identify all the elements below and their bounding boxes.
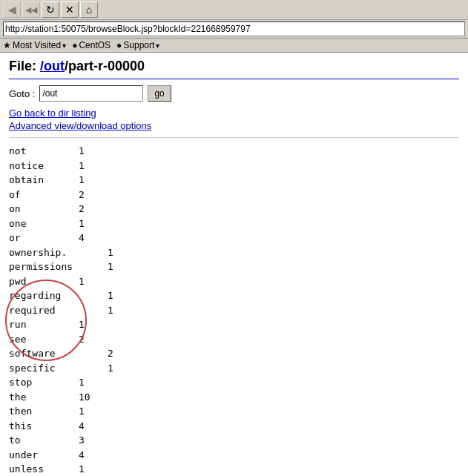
- table-row: notice 1: [9, 159, 459, 173]
- support-icon: ●: [116, 40, 122, 50]
- table-row: on 2: [9, 202, 459, 216]
- content-separator: [9, 137, 459, 138]
- links-section: Go back to dir listing Advanced view/dow…: [9, 108, 459, 131]
- goto-row: Goto : go: [9, 85, 459, 102]
- table-row: not 1: [9, 144, 459, 159]
- home-button[interactable]: ⌂: [80, 1, 98, 18]
- table-row: regarding 1: [9, 288, 459, 303]
- table-row: then 1: [9, 404, 459, 419]
- table-row: or 4: [9, 231, 459, 245]
- table-row: under 4: [9, 448, 459, 463]
- centos-label: CentOS: [79, 40, 111, 50]
- file-content: not 1 notice 1 obtain 1 of 2 on 2 one 1 …: [9, 144, 459, 476]
- nav-toolbar: ◀ ◀◀ ↻ ✕ ⌂: [0, 0, 468, 20]
- support-label: Support: [123, 40, 154, 50]
- table-row: this 4: [9, 419, 459, 434]
- advanced-view-link[interactable]: Advanced view/download options: [9, 120, 459, 131]
- table-row: software 2: [9, 346, 459, 361]
- support-arrow: ▾: [156, 42, 159, 50]
- title-prefix: File:: [9, 59, 40, 73]
- title-separator: [9, 79, 459, 79]
- table-row: see 2: [9, 332, 459, 347]
- centos-icon: ●: [72, 40, 77, 50]
- address-input[interactable]: [3, 22, 465, 36]
- table-row: to 3: [9, 433, 459, 448]
- most-visited-arrow: ▾: [62, 42, 66, 50]
- table-row: unless 1: [9, 462, 459, 476]
- table-row: pwd 1: [9, 274, 459, 289]
- goto-label: Goto :: [9, 88, 35, 99]
- goto-button[interactable]: go: [148, 85, 171, 102]
- back-button[interactable]: ◀: [3, 1, 21, 18]
- goto-input[interactable]: [39, 85, 143, 102]
- bookmarks-bar: ★ Most Visited ▾ ● CentOS ● Support ▾: [0, 39, 468, 53]
- table-row: run 1: [9, 317, 459, 332]
- reload-button[interactable]: ↻: [42, 1, 59, 18]
- table-row: stop 1: [9, 375, 459, 390]
- table-row: specific 1: [9, 361, 459, 376]
- stop-button[interactable]: ✕: [61, 1, 79, 18]
- support-bookmark[interactable]: ● Support ▾: [116, 40, 159, 50]
- table-row: ownership. 1: [9, 245, 459, 260]
- most-visited-label: Most Visited: [13, 40, 61, 50]
- title-suffix: /part-r-00000: [65, 59, 145, 73]
- table-row: of 2: [9, 188, 459, 202]
- most-visited-icon: ★: [3, 40, 11, 50]
- back-to-dir-link[interactable]: Go back to dir listing: [9, 108, 459, 119]
- browser-chrome: ◀ ◀◀ ↻ ✕ ⌂ ★ Most Visited ▾ ● CentOS ● S…: [0, 0, 468, 53]
- page-content: File: /out/part-r-00000 Goto : go Go bac…: [0, 53, 468, 476]
- most-visited-bookmark[interactable]: ★ Most Visited ▾: [3, 40, 66, 50]
- table-row: permissions 1: [9, 260, 459, 274]
- centos-bookmark[interactable]: ● CentOS: [72, 40, 111, 50]
- back2-button[interactable]: ◀◀: [22, 1, 40, 18]
- table-row: the 10: [9, 390, 459, 405]
- page-title: File: /out/part-r-00000: [9, 59, 459, 74]
- table-row: obtain 1: [9, 173, 459, 188]
- title-link[interactable]: /out: [40, 59, 65, 73]
- address-bar-row: [0, 20, 468, 39]
- table-row: required 1: [9, 303, 459, 318]
- table-row: one 1: [9, 216, 459, 231]
